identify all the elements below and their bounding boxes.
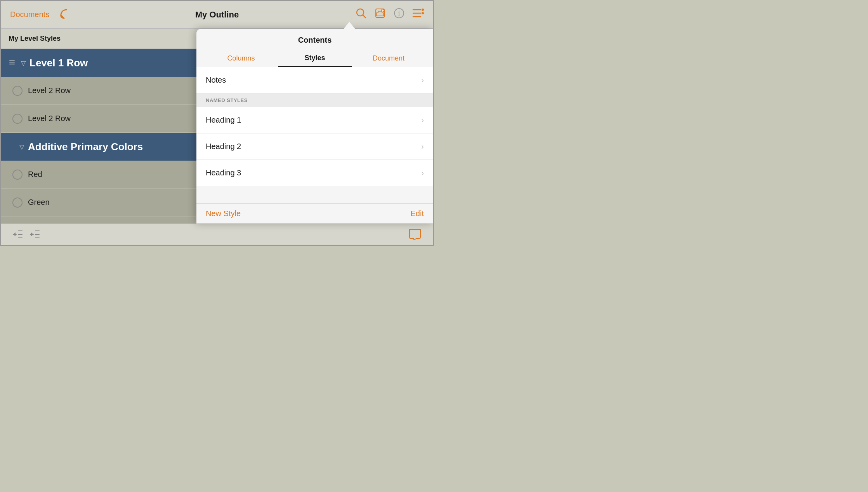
- main-area: My Level Styles ▽ Level 1 Row Level: [1, 29, 433, 223]
- bottom-toolbar: [1, 223, 433, 246]
- level2-row-1-text: Level 2 Row: [28, 86, 71, 95]
- level2-row-red-text: Red: [28, 170, 42, 179]
- svg-rect-20: [35, 234, 40, 235]
- info-button[interactable]: i: [394, 8, 404, 21]
- list-item-heading1[interactable]: Heading 1 ›: [196, 107, 433, 133]
- header-left: Documents: [10, 7, 88, 22]
- comment-button[interactable]: [408, 229, 422, 243]
- indent-button[interactable]: [30, 230, 40, 241]
- list-item-heading2[interactable]: Heading 2 ›: [196, 133, 433, 160]
- svg-point-10: [422, 12, 424, 14]
- bullet-1: [12, 86, 23, 96]
- popup-list: Notes › NAMED STYLES Heading 1 › Heading…: [196, 67, 433, 203]
- tab-document[interactable]: Document: [352, 50, 425, 67]
- svg-rect-13: [9, 64, 15, 64]
- section-header-named-styles: NAMED STYLES: [196, 94, 433, 107]
- search-button[interactable]: [356, 8, 366, 21]
- tab-columns[interactable]: Columns: [204, 50, 278, 67]
- edit-button[interactable]: Edit: [411, 209, 424, 218]
- svg-rect-19: [35, 230, 40, 231]
- export-button[interactable]: [374, 7, 386, 22]
- svg-rect-17: [18, 237, 23, 238]
- drag-icon: [9, 59, 16, 68]
- level2-row-2-text: Level 2 Row: [28, 114, 71, 123]
- heading1-label: Heading 1: [206, 116, 241, 125]
- svg-rect-11: [9, 60, 15, 61]
- collapse-triangle-1[interactable]: ▽: [21, 59, 26, 67]
- svg-rect-21: [35, 237, 40, 238]
- popup-arrow: [343, 22, 356, 29]
- page-title: My Outline: [195, 10, 239, 20]
- list-item-heading3[interactable]: Heading 3 ›: [196, 160, 433, 186]
- outline-title: My Level Styles: [9, 35, 61, 43]
- level1-row-2-text: Additive Primary Colors: [28, 141, 143, 153]
- bullet-2: [12, 114, 23, 124]
- back-button[interactable]: [59, 7, 73, 22]
- svg-rect-15: [18, 230, 23, 231]
- chevron-notes: ›: [421, 76, 424, 85]
- popup-tabs: Columns Styles Document: [196, 48, 433, 67]
- bullet-green: [12, 197, 23, 208]
- bullet-red: [12, 170, 23, 180]
- chevron-heading3: ›: [421, 168, 424, 177]
- svg-rect-16: [18, 234, 23, 235]
- level2-row-green-text: Green: [28, 198, 50, 207]
- collapse-triangle-2[interactable]: ▽: [19, 143, 24, 151]
- notes-label: Notes: [206, 76, 226, 85]
- menu-button[interactable]: [412, 8, 424, 21]
- toolbar-left: [12, 230, 40, 241]
- popup-footer: New Style Edit: [196, 203, 433, 223]
- level1-row-1-text: Level 1 Row: [30, 57, 88, 69]
- svg-point-9: [422, 9, 424, 11]
- heading2-label: Heading 2: [206, 142, 241, 151]
- outdent-button[interactable]: [12, 230, 23, 241]
- new-style-button[interactable]: New Style: [206, 209, 241, 218]
- tab-styles[interactable]: Styles: [278, 50, 352, 67]
- heading3-label: Heading 3: [206, 168, 241, 177]
- svg-line-1: [363, 15, 366, 18]
- contents-popup: Contents Columns Styles Document Notes ›…: [196, 29, 433, 223]
- header-right: i: [346, 7, 424, 22]
- svg-rect-12: [9, 62, 15, 62]
- chevron-heading1: ›: [421, 116, 424, 125]
- svg-text:i: i: [398, 10, 400, 17]
- documents-button[interactable]: Documents: [10, 10, 49, 19]
- chevron-heading2: ›: [421, 142, 424, 151]
- popup-title: Contents: [298, 36, 332, 44]
- header: Documents My Outline i: [1, 1, 433, 29]
- popup-header: Contents: [196, 29, 433, 48]
- list-item-notes[interactable]: Notes ›: [196, 67, 433, 94]
